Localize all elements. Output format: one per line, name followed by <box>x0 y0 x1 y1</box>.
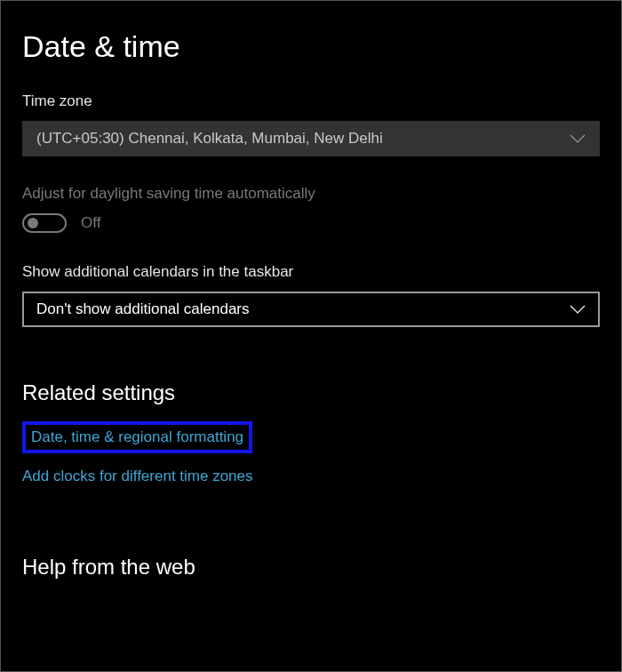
timezone-selected-value: (UTC+05:30) Chennai, Kolkata, Mumbai, Ne… <box>36 130 383 148</box>
timezone-dropdown[interactable]: (UTC+05:30) Chennai, Kolkata, Mumbai, Ne… <box>22 121 600 156</box>
calendars-dropdown[interactable]: Don't show additional calendars <box>22 292 600 327</box>
add-clocks-link[interactable]: Add clocks for different time zones <box>22 468 253 485</box>
related-settings-heading: Related settings <box>22 380 600 405</box>
calendars-label: Show additional calendars in the taskbar <box>22 263 600 281</box>
highlight-annotation: Date, time & regional formatting <box>22 421 252 453</box>
chevron-down-icon <box>570 305 586 314</box>
chevron-down-icon <box>570 134 586 143</box>
dst-toggle[interactable] <box>22 213 67 233</box>
timezone-label: Time zone <box>22 92 600 110</box>
toggle-knob <box>28 218 38 228</box>
dst-label: Adjust for daylight saving time automati… <box>22 185 600 203</box>
regional-formatting-link[interactable]: Date, time & regional formatting <box>31 428 243 446</box>
dst-toggle-state: Off <box>81 214 100 232</box>
page-title: Date & time <box>22 29 600 64</box>
help-heading: Help from the web <box>22 555 600 580</box>
calendars-selected-value: Don't show additional calendars <box>36 300 250 318</box>
